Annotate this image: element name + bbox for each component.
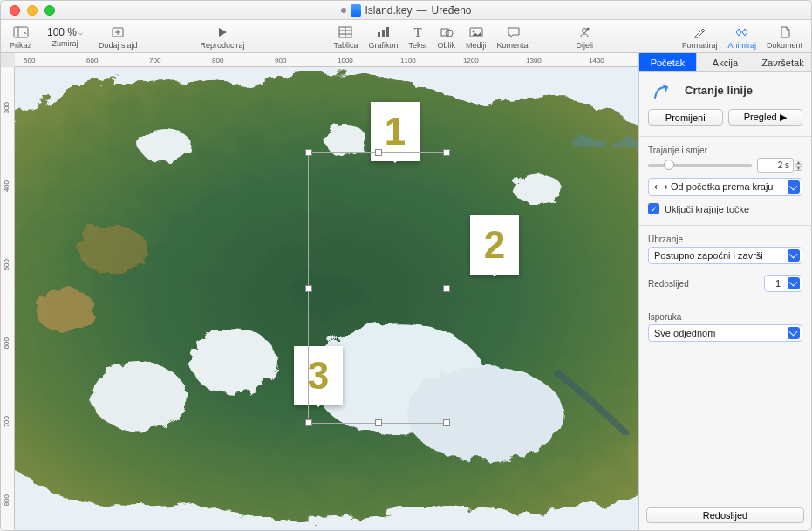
- format-button[interactable]: Formatiraj: [677, 23, 723, 50]
- svg-rect-11: [386, 27, 389, 37]
- delivery-label: Isporuka: [648, 312, 802, 322]
- text-icon: T: [413, 24, 421, 40]
- share-label: Dijeli: [577, 41, 594, 50]
- direction-popup[interactable]: ⟷ Od početka prema kraju: [648, 178, 802, 196]
- duration-slider[interactable]: [648, 164, 752, 167]
- share-icon: [578, 24, 590, 40]
- svg-point-19: [88, 359, 183, 428]
- text-button[interactable]: T Tekst: [404, 23, 433, 50]
- zoom-value: 100 %: [47, 26, 77, 38]
- window-controls: [1, 5, 55, 16]
- title-sep: —: [417, 4, 427, 17]
- order-popup[interactable]: 1: [764, 275, 802, 292]
- animate-button[interactable]: Animiraj: [722, 23, 761, 50]
- preview-button[interactable]: Pregled ▶: [728, 109, 803, 126]
- tab-action[interactable]: Akcija: [697, 53, 754, 71]
- order-label: Redoslijed: [648, 279, 689, 289]
- chart-icon: [376, 24, 390, 40]
- close-window-button[interactable]: [10, 5, 20, 16]
- shape-label: Oblik: [438, 41, 456, 50]
- shape-icon: [440, 24, 454, 40]
- chevron-down-icon: ⌵: [78, 29, 83, 37]
- selection-handle[interactable]: [305, 149, 312, 156]
- include-endpoints-checkbox[interactable]: ✓ Uključi krajnje točke: [648, 203, 802, 214]
- format-icon: [693, 24, 706, 40]
- view-label: Prikaz: [10, 41, 31, 50]
- document-icon: [779, 24, 791, 40]
- svg-point-25: [510, 171, 559, 202]
- zoom-button[interactable]: 100 %⌵ Zumiraj: [37, 24, 93, 48]
- selection-handle[interactable]: [305, 285, 312, 292]
- minimize-window-button[interactable]: [27, 5, 38, 16]
- view-button[interactable]: Prikaz: [4, 23, 37, 50]
- map-marker-2[interactable]: 2: [470, 215, 519, 275]
- document-label: Dokument: [767, 41, 802, 50]
- main-toolbar: Prikaz 100 %⌵ Zumiraj Dodaj slajd Reprod…: [1, 20, 811, 53]
- table-button[interactable]: Tablica: [328, 23, 363, 50]
- keynote-file-icon: [350, 4, 360, 17]
- svg-rect-9: [378, 32, 380, 37]
- svg-point-24: [136, 126, 188, 160]
- checkmark-icon: ✓: [648, 203, 659, 214]
- media-button[interactable]: Mediji: [461, 23, 492, 50]
- add-slide-label: Dodaj slajd: [99, 41, 138, 50]
- duration-label: Trajanje i smjer: [648, 146, 802, 155]
- change-effect-button[interactable]: Promijeni: [648, 109, 723, 126]
- svg-rect-10: [382, 30, 385, 37]
- document-button[interactable]: Dokument: [761, 23, 808, 50]
- view-icon: [13, 24, 29, 40]
- svg-point-13: [446, 30, 453, 37]
- delivery-popup[interactable]: Sve odjednom: [648, 324, 802, 342]
- plus-icon: [111, 24, 125, 40]
- svg-point-27: [76, 222, 145, 271]
- duration-field[interactable]: 2 s: [757, 158, 794, 173]
- build-order-button[interactable]: Redoslijed: [646, 507, 804, 523]
- inspector-tabs: Početak Akcija Završetak: [639, 53, 811, 72]
- edited-dot-icon: [340, 8, 345, 13]
- chart-button[interactable]: Grafikon: [363, 23, 403, 50]
- selection-handle[interactable]: [375, 419, 382, 426]
- tab-build-in[interactable]: Početak: [639, 53, 697, 71]
- svg-point-20: [188, 326, 275, 391]
- play-label: Reproduciraj: [201, 41, 245, 50]
- share-button[interactable]: Dijeli: [571, 23, 599, 50]
- chart-label: Grafikon: [368, 41, 398, 50]
- effect-thumbnail-icon: [648, 81, 678, 104]
- duration-stepper[interactable]: ▲▼: [795, 160, 802, 171]
- effect-title: Crtanje linije: [685, 84, 753, 97]
- table-icon: [338, 24, 352, 40]
- easing-popup[interactable]: Postupno započni i završi: [648, 247, 802, 264]
- comment-label: Komentar: [497, 41, 531, 50]
- window-title: Island.key — Uređeno: [340, 4, 471, 17]
- selection-box[interactable]: [308, 152, 447, 424]
- vertical-ruler: 300 400 500 600 700 800: [1, 67, 15, 530]
- comment-icon: [507, 24, 521, 40]
- svg-point-15: [472, 31, 474, 33]
- selection-handle[interactable]: [443, 149, 450, 156]
- window-titlebar: Island.key — Uređeno: [1, 1, 811, 20]
- play-button[interactable]: Reproduciraj: [195, 23, 250, 50]
- slider-thumb[interactable]: [664, 160, 674, 170]
- selection-handle[interactable]: [375, 149, 382, 156]
- table-label: Tablica: [333, 41, 358, 50]
- selection-handle[interactable]: [443, 285, 450, 292]
- play-icon: [216, 24, 229, 40]
- svg-point-26: [32, 286, 93, 330]
- media-label: Mediji: [466, 41, 487, 50]
- animate-label: Animiraj: [727, 41, 756, 50]
- text-label: Tekst: [409, 41, 427, 50]
- selection-handle[interactable]: [305, 419, 312, 426]
- selection-handle[interactable]: [443, 419, 450, 426]
- filename-label: Island.key: [365, 4, 412, 17]
- tab-build-out[interactable]: Završetak: [754, 53, 811, 71]
- canvas-area[interactable]: 500 600 700 800 900 1000 1100 1200 1300 …: [1, 53, 638, 530]
- comment-button[interactable]: Komentar: [492, 23, 536, 50]
- zoom-window-button[interactable]: [44, 5, 55, 16]
- include-endpoints-label: Uključi krajnje točke: [665, 204, 749, 214]
- format-label: Formatiraj: [682, 41, 718, 50]
- animate-icon: [734, 24, 751, 40]
- shape-button[interactable]: Oblik: [433, 23, 461, 50]
- horizontal-ruler: 500 600 700 800 900 1000 1100 1200 1300 …: [15, 53, 638, 67]
- add-slide-button[interactable]: Dodaj slajd: [93, 23, 143, 50]
- svg-point-17: [587, 28, 590, 31]
